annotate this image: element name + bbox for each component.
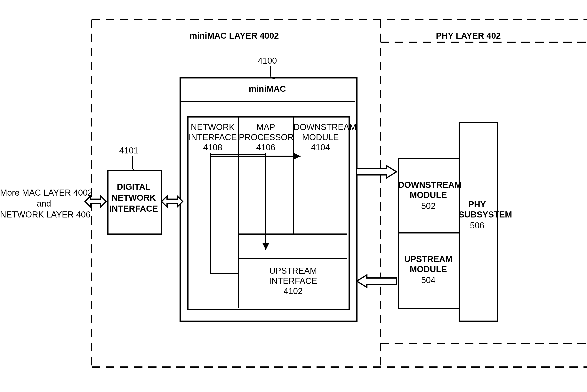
right-arrow-icon: [357, 166, 397, 178]
minimac-title-divider: [179, 101, 355, 102]
mapproc-l2: PROCESSOR: [239, 132, 293, 143]
dni-line1: DIGITAL: [107, 182, 160, 192]
phy-down-l2: MODULE: [398, 190, 459, 200]
minimac-ref-leader: [270, 66, 271, 75]
external-more-mac-line2: and: [0, 198, 88, 209]
mapproc-l3: 4106: [239, 142, 293, 153]
external-more-mac-line3: NETWORK LAYER 406: [0, 209, 88, 220]
upif-l1: UPSTREAM: [239, 266, 347, 276]
mapproc-l1: MAP: [239, 122, 293, 132]
minimac-upstream-top: [238, 258, 347, 259]
netif-l1: NETWORK: [188, 122, 237, 132]
dni-line2: NETWORK: [107, 192, 160, 203]
left-arrow-icon: [357, 275, 397, 287]
phy-sub-l1: PHY: [459, 199, 496, 210]
dni-line3: INTERFACE: [107, 204, 160, 214]
phy-up-l2: MODULE: [398, 264, 459, 275]
dni-ref: 4101: [117, 145, 140, 156]
dni-ref-leader: [132, 156, 133, 167]
external-more-mac-line1: More MAC LAYER 4002: [0, 188, 88, 198]
phy-layer-title: PHY LAYER 402: [414, 30, 523, 41]
netif-l3: 4108: [188, 142, 237, 153]
minimac-shelf: [238, 234, 347, 235]
down-l2: MODULE: [293, 132, 347, 143]
phy-up-l3: 504: [398, 275, 459, 286]
phy-sub-l3: 506: [459, 220, 496, 231]
phy-down-l3: 502: [398, 201, 459, 212]
down-l3: 4104: [293, 142, 347, 153]
phy-left-divider: [398, 232, 459, 234]
upif-l2: INTERFACE: [239, 276, 347, 286]
phy-sub-l2: SUBSYSTEM: [459, 209, 496, 220]
netif-l2: INTERFACE: [188, 132, 237, 143]
upif-l3: 4102: [239, 286, 347, 296]
phy-up-l1: UPSTREAM: [398, 254, 459, 264]
minimac-title: miniMAC: [179, 84, 355, 94]
minimac-ref: 4100: [256, 56, 279, 66]
double-arrow-icon: [85, 196, 106, 207]
down-l1: DOWNSTREAM: [293, 122, 347, 132]
phy-down-l1: DOWNSTREAM: [398, 180, 459, 190]
minimac-layer-title: miniMAC LAYER 4002: [164, 30, 304, 41]
